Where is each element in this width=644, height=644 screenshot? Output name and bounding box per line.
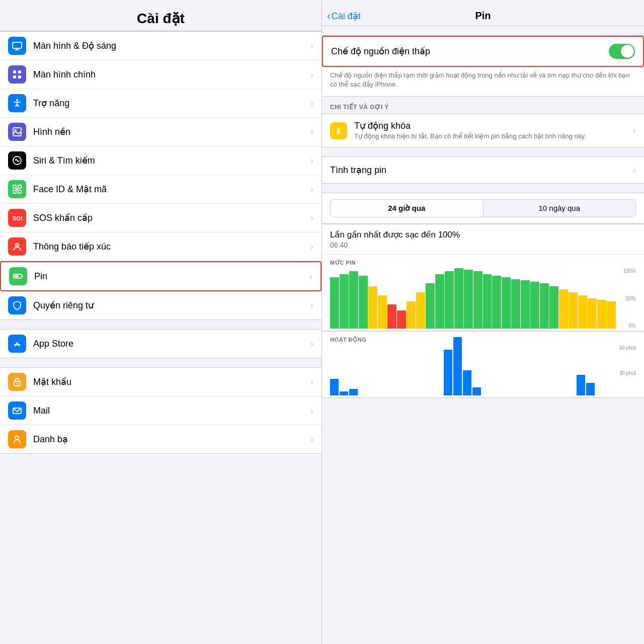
svg-rect-16	[18, 185, 21, 188]
settings-item-danh-ba[interactable]: Danh bạ›	[0, 425, 321, 453]
sos-chevron: ›	[310, 213, 313, 223]
sos-icon: SOS	[8, 209, 26, 227]
left-panel: Cài đặt Màn hình & Độ sáng›Màn hình chín…	[0, 0, 322, 644]
battery-bars-area	[330, 268, 616, 329]
mat-khau-icon	[8, 373, 26, 391]
auto-lock-title: Tự động khóa	[354, 120, 629, 131]
settings-item-man-hinh-do-sang[interactable]: Màn hình & Độ sáng›	[0, 32, 321, 60]
right-panel: ‹ Cài đặt Pin Chế độ nguồn điện thấp Chế…	[322, 0, 644, 644]
settings-item-pin[interactable]: Pin›	[0, 261, 321, 291]
settings-item-app-store[interactable]: App Store›	[0, 330, 321, 358]
settings-item-hinh-nen[interactable]: Hình nền›	[0, 118, 321, 146]
settings-list: Màn hình & Độ sáng›Màn hình chính›Trợ nă…	[0, 31, 321, 644]
settings-item-mat-khau[interactable]: Mật khẩu›	[0, 368, 321, 396]
battery-bar	[607, 301, 616, 329]
battery-bar	[511, 279, 520, 329]
svg-point-22	[17, 245, 18, 246]
settings-item-siri[interactable]: Siri & Tìm kiếm›	[0, 146, 321, 175]
battery-chart-label: MỨC PIN	[330, 260, 636, 266]
danh-ba-chevron: ›	[310, 434, 313, 445]
battery-y-label: 50%	[618, 296, 636, 301]
right-panel-title: Pin	[475, 10, 491, 22]
activity-bar	[577, 375, 585, 396]
battery-bar	[378, 295, 387, 329]
activity-y-label: 30 phút	[616, 370, 636, 376]
battery-bar	[492, 276, 501, 329]
power-mode-label: Chế độ nguồn điện thấp	[331, 46, 609, 57]
quyen-rieng-tu-icon	[8, 296, 26, 314]
man-hinh-chinh-icon	[8, 65, 26, 84]
man-hinh-chinh-label: Màn hình chính	[33, 69, 306, 80]
svg-rect-18	[13, 190, 16, 193]
right-content: Chế độ nguồn điện thấp Chế độ nguồn điện…	[322, 26, 644, 644]
battery-bar	[330, 277, 339, 329]
charged-title: Lần gần nhất được sạc đến 100%	[330, 229, 636, 240]
battery-bar	[597, 300, 606, 329]
left-panel-title: Cài đặt	[137, 11, 185, 26]
activity-bar	[444, 350, 452, 396]
auto-lock-icon	[330, 122, 347, 139]
battery-chart-section: MỨC PIN 100%50%0%	[322, 255, 644, 331]
settings-item-tro-nang[interactable]: Trợ năng›	[0, 89, 321, 118]
battery-bar	[349, 271, 358, 329]
hinh-nen-chevron: ›	[310, 127, 313, 137]
activity-bar	[340, 391, 348, 395]
auto-lock-item[interactable]: Tự động khóa Tự động khóa hiện bị tắt. B…	[322, 114, 644, 147]
danh-ba-icon	[8, 430, 26, 448]
battery-bar	[397, 310, 406, 329]
settings-item-face-id[interactable]: Face ID & Mật mã›	[0, 175, 321, 204]
settings-item-mail[interactable]: Mail›	[0, 396, 321, 425]
siri-chevron: ›	[310, 155, 313, 166]
settings-item-man-hinh-chinh[interactable]: Màn hình chính›	[0, 60, 321, 89]
battery-bar	[502, 277, 511, 329]
app-store-chevron: ›	[310, 339, 313, 349]
battery-status-chevron: ›	[633, 165, 636, 176]
right-panel-header: ‹ Cài đặt Pin	[322, 0, 644, 26]
siri-label: Siri & Tìm kiếm	[33, 155, 306, 166]
time-filter-row: 24 giờ qua10 ngày qua	[330, 199, 636, 217]
battery-bar	[407, 301, 416, 329]
man-hinh-chinh-chevron: ›	[310, 69, 313, 80]
left-panel-header: Cài đặt	[0, 0, 321, 31]
svg-rect-5	[13, 75, 16, 78]
danh-ba-label: Danh bạ	[33, 434, 306, 445]
battery-bar	[454, 268, 463, 329]
mat-khau-label: Mật khẩu	[33, 376, 306, 387]
quyen-rieng-tu-chevron: ›	[310, 300, 313, 311]
face-id-label: Face ID & Mật mã	[33, 184, 306, 195]
battery-chart-container: 100%50%0%	[330, 268, 636, 329]
mail-icon	[8, 401, 26, 420]
settings-item-quyen-rieng-tu[interactable]: Quyền riêng tư›	[0, 291, 321, 319]
power-mode-description: Chế độ nguồn điện thấp tạm thời giảm hoạ…	[322, 67, 644, 96]
battery-bar	[435, 274, 444, 329]
activity-bar	[472, 387, 481, 396]
power-mode-toggle[interactable]	[609, 44, 635, 59]
back-button[interactable]: ‹ Cài đặt	[327, 10, 361, 22]
svg-rect-0	[13, 42, 22, 48]
battery-status-item[interactable]: Tình trạng pin ›	[322, 157, 644, 183]
battery-bar	[588, 298, 597, 329]
pin-chevron: ›	[309, 271, 312, 282]
thong-bao-label: Thông báo tiếp xúc	[33, 241, 306, 252]
battery-status-label: Tình trạng pin	[330, 165, 629, 176]
battery-bar	[549, 286, 558, 329]
sos-label: SOS khẩn cấp	[33, 212, 306, 223]
last-charged-section: Lần gần nhất được sạc đến 100% 06:40 MỨC…	[322, 224, 644, 331]
battery-y-labels: 100%50%0%	[618, 268, 636, 329]
svg-rect-17	[18, 190, 21, 193]
time-filter-24h[interactable]: 24 giờ qua	[331, 200, 484, 217]
battery-bar	[416, 292, 425, 329]
svg-point-30	[16, 436, 19, 440]
settings-item-sos[interactable]: SOSSOS khẩn cấp›	[0, 204, 321, 232]
details-section-header: CHI TIẾT VÀ GỢI Ý	[322, 97, 644, 114]
back-label: Cài đặt	[332, 11, 361, 22]
time-filter-10d[interactable]: 10 ngày qua	[484, 200, 636, 217]
mat-khau-chevron: ›	[310, 377, 313, 387]
app-store-label: App Store	[33, 339, 306, 349]
tro-nang-icon	[8, 94, 26, 112]
quyen-rieng-tu-label: Quyền riêng tư	[33, 300, 306, 311]
man-hinh-do-sang-label: Màn hình & Độ sáng	[33, 40, 306, 51]
svg-rect-6	[18, 75, 21, 78]
settings-item-thong-bao[interactable]: Thông báo tiếp xúc›	[0, 232, 321, 261]
svg-rect-12	[13, 128, 21, 136]
